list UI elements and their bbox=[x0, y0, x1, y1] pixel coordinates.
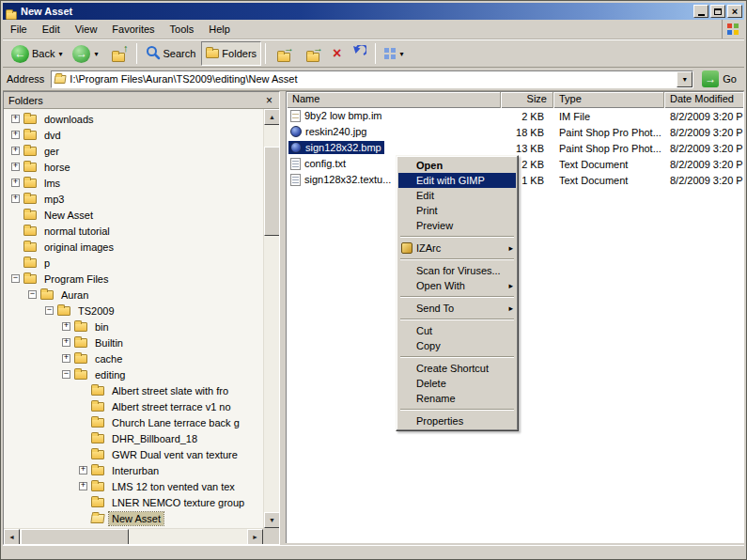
context-print[interactable]: Print bbox=[398, 203, 516, 218]
views-button[interactable]: ▾ bbox=[380, 41, 408, 66]
address-input[interactable]: I:\Program Files\Auran\TS2009\editing\Ne… bbox=[51, 70, 693, 88]
tree-item-downloads[interactable]: +downloads bbox=[4, 111, 263, 127]
tree-item-cache[interactable]: +cache bbox=[4, 350, 263, 366]
context-send-to[interactable]: Send To▸ bbox=[398, 301, 516, 316]
tree-item-lms-12-ton-vented-van-tex[interactable]: +LMS 12 ton vented van tex bbox=[4, 478, 263, 494]
scroll-down-icon[interactable]: ▼ bbox=[264, 512, 280, 528]
collapse-icon[interactable]: − bbox=[28, 290, 37, 299]
collapse-icon[interactable]: − bbox=[45, 306, 54, 315]
column-header-date-modified[interactable]: Date Modified bbox=[664, 92, 743, 108]
maximize-button[interactable] bbox=[710, 5, 725, 18]
context-preview[interactable]: Preview bbox=[398, 218, 516, 233]
expand-icon[interactable]: + bbox=[11, 131, 20, 139]
tree-item-program-files[interactable]: −Program Files bbox=[4, 271, 263, 287]
expand-icon[interactable]: + bbox=[62, 338, 70, 347]
folders-panel-close-button[interactable]: × bbox=[264, 95, 274, 106]
toolbar-separator bbox=[375, 43, 376, 64]
tree-item-auran[interactable]: −Auran bbox=[4, 287, 263, 303]
tree-item-gwr-dual-vent-van-texture[interactable]: GWR Dual vent van texture bbox=[4, 446, 263, 462]
context-delete[interactable]: Delete bbox=[398, 376, 516, 391]
expand-icon[interactable]: + bbox=[11, 194, 20, 203]
context-edit[interactable]: Edit bbox=[398, 188, 516, 203]
file-row-9by2-low-bmp-im[interactable]: 9by2 low bmp.im2 KBIM File8/2/2009 3:20 … bbox=[287, 108, 743, 124]
forward-dropdown-icon[interactable]: ▾ bbox=[94, 50, 98, 58]
tree-item-normal-tutorial[interactable]: normal tutorial bbox=[4, 223, 263, 239]
expand-icon[interactable]: + bbox=[79, 482, 87, 490]
tree-item-new-asset[interactable]: New Asset bbox=[4, 207, 263, 223]
context-copy[interactable]: Copy bbox=[398, 338, 516, 353]
context-create-shortcut[interactable]: Create Shortcut bbox=[398, 361, 516, 376]
search-button[interactable]: Search bbox=[141, 41, 201, 66]
expand-icon[interactable]: + bbox=[11, 179, 20, 187]
tree-item-ts2009[interactable]: −TS2009 bbox=[4, 303, 263, 319]
tree-item-original-images[interactable]: original images bbox=[4, 239, 263, 255]
tree-item-horse[interactable]: +horse bbox=[4, 159, 263, 175]
tree-item-albert-street-terrace-v1-no[interactable]: Albert street terrace v1 no bbox=[4, 398, 263, 414]
context-open[interactable]: Open bbox=[398, 158, 516, 173]
tree-item-p[interactable]: p bbox=[4, 255, 263, 271]
scroll-up-icon[interactable]: ▲ bbox=[264, 109, 280, 125]
context-properties[interactable]: Properties bbox=[398, 413, 516, 428]
tree-item-lner-nemco-texture-group[interactable]: LNER NEMCO texture group bbox=[4, 494, 263, 510]
context-rename[interactable]: Rename bbox=[398, 391, 516, 406]
column-header-name[interactable]: Name bbox=[287, 92, 501, 108]
menu-tools[interactable]: Tools bbox=[163, 22, 202, 37]
move-to-button[interactable]: → bbox=[270, 41, 298, 66]
collapse-icon[interactable]: − bbox=[62, 370, 70, 379]
menu-favorites[interactable]: Favorites bbox=[104, 22, 162, 37]
tree-horizontal-scrollbar[interactable]: ◄ ► bbox=[4, 528, 263, 544]
tree-item-interurban[interactable]: +Interurban bbox=[4, 462, 263, 478]
undo-button[interactable] bbox=[347, 41, 371, 66]
tree-item-dhr-billboard-18[interactable]: DHR_Billboard_18 bbox=[4, 430, 263, 446]
expand-icon[interactable]: + bbox=[62, 354, 70, 363]
tree-item-bin[interactable]: +bin bbox=[4, 319, 263, 334]
scroll-right-icon[interactable]: ► bbox=[247, 529, 263, 545]
scroll-left-icon[interactable]: ◄ bbox=[4, 529, 20, 545]
toolbar: ← Back ▾ → ▾ ↑ Search Folders → → × bbox=[3, 39, 744, 68]
address-dropdown-button[interactable]: ▾ bbox=[677, 71, 693, 87]
menu-view[interactable]: View bbox=[68, 22, 105, 37]
forward-button[interactable]: → ▾ bbox=[68, 41, 102, 66]
copy-to-button[interactable]: → bbox=[299, 41, 327, 66]
tree-item-ger[interactable]: +ger bbox=[4, 143, 263, 159]
menu-help[interactable]: Help bbox=[201, 22, 238, 37]
context-izarc[interactable]: IZArc▸ bbox=[398, 241, 516, 256]
context-cut[interactable]: Cut bbox=[398, 323, 516, 338]
up-button[interactable]: ↑ bbox=[104, 41, 132, 66]
menu-edit[interactable]: Edit bbox=[35, 22, 68, 37]
vertical-scrollbar-thumb[interactable] bbox=[264, 147, 280, 236]
tree-item-albert-street-slate-with-fro[interactable]: Albert street slate with fro bbox=[4, 382, 263, 398]
expand-icon[interactable]: + bbox=[11, 163, 20, 171]
tree-item-lms[interactable]: +lms bbox=[4, 175, 263, 191]
minimize-button[interactable] bbox=[693, 5, 708, 18]
back-button[interactable]: ← Back ▾ bbox=[7, 41, 67, 66]
title-bar[interactable]: New Asset × bbox=[3, 3, 744, 20]
tree-item-dvd[interactable]: +dvd bbox=[4, 127, 263, 143]
context-scan-for-viruses[interactable]: Scan for Viruses... bbox=[398, 263, 516, 278]
tree-item-church-lane-terrace-back-g[interactable]: Church Lane terrace back g bbox=[4, 414, 263, 430]
tree-item-editing[interactable]: −editing bbox=[4, 366, 263, 382]
horizontal-scrollbar-thumb[interactable] bbox=[21, 529, 129, 545]
tree-item-builtin[interactable]: +Builtin bbox=[4, 334, 263, 350]
go-button[interactable]: → Go bbox=[698, 68, 740, 90]
collapse-icon[interactable]: − bbox=[11, 274, 20, 283]
expand-icon[interactable]: + bbox=[62, 322, 70, 331]
tree-vertical-scrollbar[interactable]: ▲ ▼ bbox=[263, 109, 279, 528]
delete-button[interactable]: × bbox=[328, 41, 346, 66]
expand-icon[interactable]: + bbox=[11, 147, 20, 155]
menu-file[interactable]: File bbox=[3, 22, 35, 37]
context-open-with[interactable]: Open With▸ bbox=[398, 278, 516, 293]
close-button[interactable]: × bbox=[727, 5, 742, 18]
expand-icon[interactable]: + bbox=[11, 115, 20, 123]
tree-item-new-asset[interactable]: New Asset bbox=[4, 510, 263, 526]
tree-item-mp3[interactable]: +mp3 bbox=[4, 191, 263, 207]
context-edit-with-gimp[interactable]: Edit with GIMP bbox=[398, 173, 516, 188]
file-row-reskin240-jpg[interactable]: reskin240.jpg18 KBPaint Shop Pro Phot...… bbox=[287, 124, 743, 140]
column-header-size[interactable]: Size bbox=[501, 92, 553, 108]
expand-icon[interactable]: + bbox=[79, 466, 87, 474]
file-row-sign128x32-bmp[interactable]: sign128x32.bmp13 KBPaint Shop Pro Phot..… bbox=[287, 140, 743, 156]
views-dropdown-icon[interactable]: ▾ bbox=[399, 50, 403, 58]
back-dropdown-icon[interactable]: ▾ bbox=[58, 50, 62, 58]
folders-button[interactable]: Folders bbox=[201, 41, 261, 66]
column-header-type[interactable]: Type bbox=[553, 92, 664, 108]
